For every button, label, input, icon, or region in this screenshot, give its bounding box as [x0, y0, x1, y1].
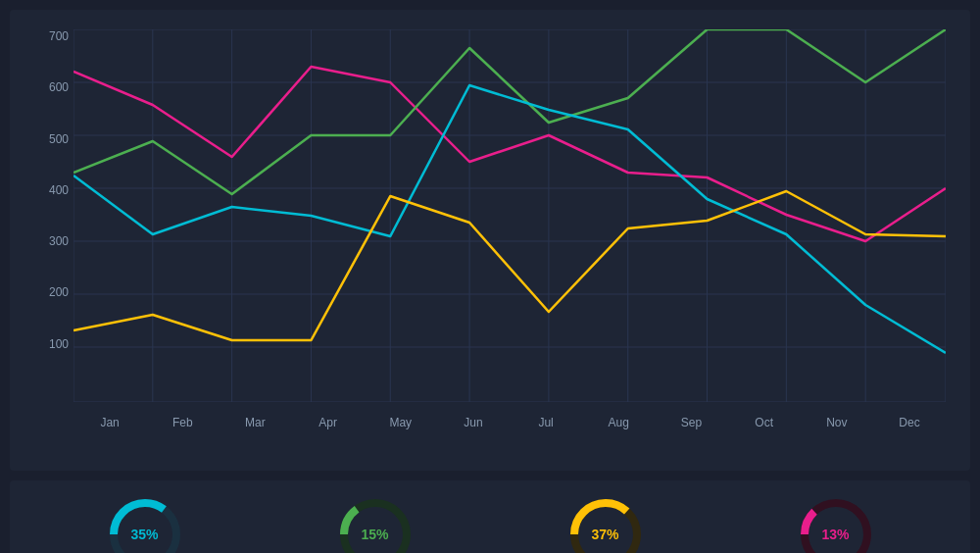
gauge-green: 15% [336, 495, 415, 553]
gauge-cyan-circle: 35% [106, 495, 184, 553]
gauge-cyan: 35% [106, 495, 184, 553]
chart-area: 700 600 500 400 300 200 100 0 Jan Feb Ma… [74, 29, 946, 402]
gauge-pink: 13% [797, 495, 875, 553]
x-axis: Jan Feb Mar Apr May Jun Jul Aug Sep Oct … [74, 416, 946, 429]
x-label-may: May [365, 416, 437, 429]
y-label-400: 400 [49, 183, 69, 197]
y-label-500: 500 [49, 132, 69, 146]
gauge-green-circle: 15% [336, 495, 415, 553]
gauge-pink-value: 13% [821, 527, 849, 542]
gauge-yellow-circle: 37% [566, 495, 645, 553]
x-label-mar: Mar [219, 416, 291, 429]
gauge-cyan-value: 35% [130, 527, 158, 542]
x-label-feb: Feb [146, 416, 219, 429]
gauge-yellow: 37% [566, 495, 645, 553]
line-chart-container: 700 600 500 400 300 200 100 0 Jan Feb Ma… [10, 10, 970, 471]
x-label-nov: Nov [801, 416, 873, 429]
y-label-300: 300 [49, 234, 69, 248]
y-label-200: 200 [49, 285, 69, 299]
x-label-jan: Jan [74, 416, 146, 429]
y-label-100: 100 [49, 337, 69, 351]
gauge-yellow-value: 37% [591, 527, 618, 542]
gauges-section: 35% 15% 37% [10, 480, 970, 553]
x-label-apr: Apr [292, 416, 365, 429]
y-label-700: 700 [49, 29, 69, 43]
y-label-600: 600 [49, 80, 69, 94]
x-label-oct: Oct [728, 416, 801, 429]
main-container: 700 600 500 400 300 200 100 0 Jan Feb Ma… [0, 0, 980, 553]
x-label-dec: Dec [873, 416, 946, 429]
gauge-pink-circle: 13% [797, 495, 875, 553]
x-label-aug: Aug [582, 416, 655, 429]
gauge-green-value: 15% [361, 527, 388, 542]
x-label-sep: Sep [655, 416, 727, 429]
x-label-jul: Jul [510, 416, 582, 429]
x-label-jun: Jun [437, 416, 510, 429]
